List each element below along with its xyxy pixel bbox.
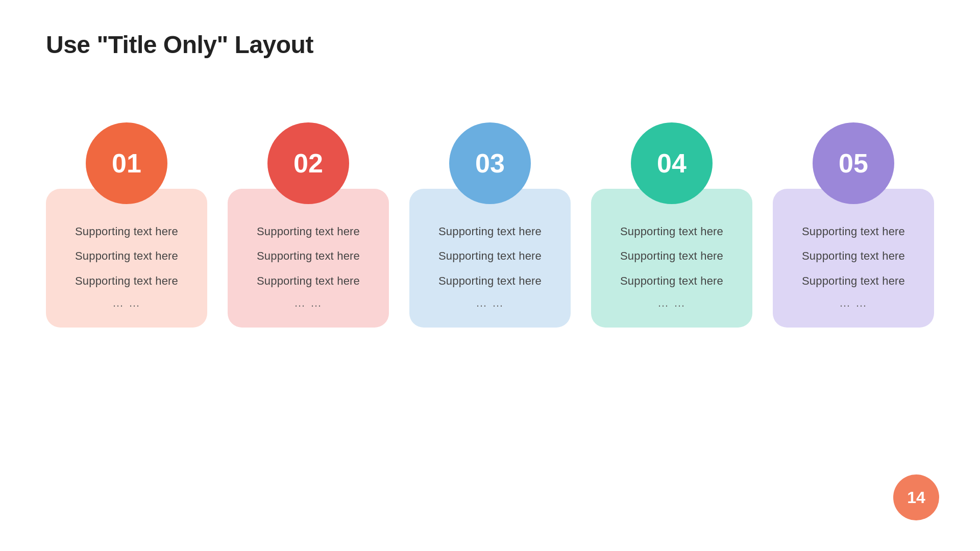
card-5-line-2: Supporting text here xyxy=(802,244,905,268)
circle-badge-4: 04 xyxy=(631,122,713,204)
card-3-dots: … … xyxy=(476,296,504,310)
card-box-5: Supporting text here Supporting text her… xyxy=(773,189,934,328)
card-1-dots: … … xyxy=(112,296,141,310)
card-5-line-3: Supporting text here xyxy=(802,269,905,293)
card-3-line-3: Supporting text here xyxy=(438,269,542,293)
card-2-dots: … … xyxy=(294,296,323,310)
cards-container: 01 Supporting text here Supporting text … xyxy=(46,122,934,328)
card-5-line-1: Supporting text here xyxy=(802,219,905,244)
card-column-1: 01 Supporting text here Supporting text … xyxy=(46,122,207,328)
card-box-2: Supporting text here Supporting text her… xyxy=(228,189,389,328)
card-5-dots: … … xyxy=(839,296,868,310)
circle-badge-5: 05 xyxy=(813,122,894,204)
card-box-3: Supporting text here Supporting text her… xyxy=(409,189,571,328)
card-1-line-1: Supporting text here xyxy=(75,219,178,244)
circle-badge-3: 03 xyxy=(449,122,531,204)
card-4-line-3: Supporting text here xyxy=(620,269,723,293)
card-2-line-3: Supporting text here xyxy=(257,269,360,293)
circle-badge-1: 01 xyxy=(86,122,167,204)
page-number-badge: 14 xyxy=(893,474,939,520)
card-box-4: Supporting text here Supporting text her… xyxy=(591,189,752,328)
page-title: Use "Title Only" Layout xyxy=(46,31,313,59)
card-column-4: 04 Supporting text here Supporting text … xyxy=(591,122,752,328)
card-4-dots: … … xyxy=(657,296,686,310)
card-2-line-1: Supporting text here xyxy=(257,219,360,244)
card-4-line-1: Supporting text here xyxy=(620,219,723,244)
card-box-1: Supporting text here Supporting text her… xyxy=(46,189,207,328)
card-3-line-2: Supporting text here xyxy=(438,244,542,268)
card-column-3: 03 Supporting text here Supporting text … xyxy=(409,122,571,328)
card-column-2: 02 Supporting text here Supporting text … xyxy=(228,122,389,328)
card-4-line-2: Supporting text here xyxy=(620,244,723,268)
card-1-line-3: Supporting text here xyxy=(75,269,178,293)
card-column-5: 05 Supporting text here Supporting text … xyxy=(773,122,934,328)
card-1-line-2: Supporting text here xyxy=(75,244,178,268)
card-3-line-1: Supporting text here xyxy=(438,219,542,244)
circle-badge-2: 02 xyxy=(267,122,349,204)
card-2-line-2: Supporting text here xyxy=(257,244,360,268)
